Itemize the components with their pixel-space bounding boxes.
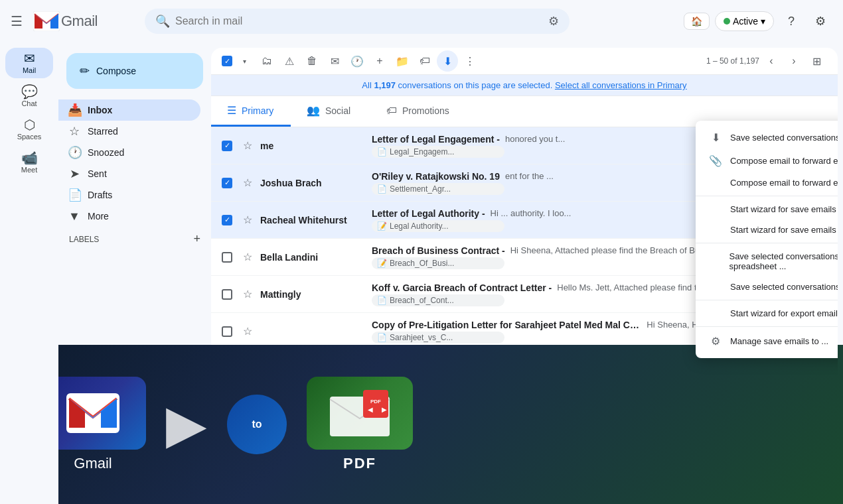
social-tab-label: Social (325, 105, 350, 116)
email-checkbox[interactable] (222, 289, 232, 300)
hq-button[interactable]: 🏠 (684, 13, 710, 30)
download-btn[interactable]: ⬇ (437, 50, 458, 72)
email-subject: Letter of Legal Engagement - (372, 134, 500, 145)
snooze-btn[interactable]: 🕐 (346, 50, 368, 72)
dropdown-item-compose-pdf[interactable]: 📎 Compose email to forward emails (attac… (696, 149, 838, 172)
select-all-checkbox[interactable] (222, 56, 232, 66)
labels-title: LABELS (69, 235, 99, 244)
sidebar-item-meet[interactable]: 📹 Meet (5, 147, 53, 178)
attachment-name: Legal Authority... (390, 221, 449, 231)
dropdown-item-save-selected[interactable]: ⬇ Save selected conversations as ... ↖ (696, 126, 838, 149)
meet-label: Meet (21, 166, 37, 174)
settings-button[interactable]: ⚙ (808, 9, 832, 33)
attachment-menu-icon: 📎 (709, 155, 722, 167)
email-subject: Copy of Pre-Litigation Letter for Sarahj… (372, 320, 641, 330)
dropdown-item-save-existing[interactable]: Save selected conversations to an existi… (696, 246, 838, 277)
dropdown-item-wizard-cloud[interactable]: Start wizard for save emails to your clo… (696, 220, 838, 240)
dropdown-item-wizard-pdf[interactable]: Start wizard for save emails to PDF ... (696, 199, 838, 220)
labels-btn[interactable]: 🏷 (414, 50, 435, 72)
star-button[interactable]: ☆ (240, 248, 255, 266)
conversation-bar[interactable]: All 1,197 conversations on this page are… (211, 75, 838, 96)
star-button[interactable]: ☆ (240, 137, 255, 155)
search-icon[interactable]: 🔍 (155, 14, 170, 29)
promo-arrow: ▶ (166, 398, 207, 451)
view-options-btn[interactable]: ⊞ (806, 50, 827, 72)
mail-icon: ✉ (24, 52, 35, 65)
dropdown-item-label: Save selected conversations as ... (730, 133, 838, 143)
email-sender: me (260, 141, 366, 151)
chat-label: Chat (21, 99, 37, 107)
doc-icon: 📝 (377, 221, 387, 231)
drafts-icon: 📄 (68, 188, 81, 202)
gmail-wordmark: Gmail (61, 13, 98, 30)
nav-item-sent[interactable]: ➤ Sent (58, 163, 200, 184)
help-button[interactable]: ? (779, 9, 803, 33)
dropdown-item-save-new[interactable]: Save selected conversations to a new spr… (696, 277, 838, 297)
select-dropdown-btn[interactable]: ▾ (234, 50, 255, 72)
email-sender: Bella Landini (260, 252, 366, 263)
active-status[interactable]: Active ▾ (715, 11, 774, 31)
prev-page-btn[interactable]: ‹ (761, 50, 782, 72)
sidebar-item-mail[interactable]: ✉ Mail (5, 48, 53, 78)
promotions-tab-icon: 🏷 (386, 105, 397, 117)
sidebar-item-spaces[interactable]: ⬡ Spaces (5, 114, 53, 145)
tab-social[interactable]: 👥 Social (291, 96, 370, 127)
dropdown-divider (696, 243, 838, 243)
add-tasks-btn[interactable]: + (369, 50, 390, 72)
dropdown-item-label: Compose email to forward emails (appende… (730, 178, 838, 188)
labels-icon: 🏷 (420, 55, 430, 67)
search-filter-icon[interactable]: ⚙ (548, 14, 559, 29)
email-checkbox[interactable] (222, 141, 232, 151)
pdf-icon: 📄 (377, 296, 387, 305)
next-page-btn[interactable]: › (783, 50, 805, 72)
tab-promotions[interactable]: 🏷 Promotions (370, 96, 465, 127)
pagination-info: 1 – 50 of 1,197 (706, 56, 759, 66)
nav-item-drafts[interactable]: 📄 Drafts (58, 184, 200, 206)
svg-text:▶: ▶ (382, 406, 387, 413)
star-button[interactable]: ☆ (240, 322, 255, 340)
tab-primary[interactable]: ☰ Primary (211, 96, 291, 127)
promo-pdf-text: PDF (343, 455, 376, 472)
hamburger-menu[interactable]: ☰ (5, 8, 28, 34)
nav-item-inbox[interactable]: 📥 Inbox (58, 99, 200, 121)
email-checkbox[interactable] (222, 326, 232, 337)
star-button[interactable]: ☆ (240, 174, 255, 192)
email-checkbox[interactable] (222, 252, 232, 263)
email-checkbox[interactable] (222, 215, 232, 225)
dropdown-item-manage[interactable]: ⚙ Manage save emails to ... (696, 330, 838, 353)
promo-to-circle: to (227, 395, 287, 454)
active-label: Active (733, 16, 758, 27)
email-sender: Mattingly (260, 289, 366, 300)
gmail-logo-large (66, 393, 119, 433)
email-sender: Racheal Whitehurst (260, 215, 366, 225)
email-checkbox[interactable] (222, 178, 232, 188)
search-input[interactable] (175, 15, 543, 27)
star-button[interactable]: ☆ (240, 211, 255, 229)
mark-unread-btn[interactable]: ✉ (324, 50, 345, 72)
download-icon: ⬇ (443, 55, 452, 68)
spam-btn[interactable]: ⚠ (279, 50, 300, 72)
move-to-btn[interactable]: 📁 (392, 50, 413, 72)
delete-btn[interactable]: 🗑 (301, 50, 323, 72)
nav-item-snoozed[interactable]: 🕐 Snoozed (58, 142, 200, 163)
attachment-name: Breach_of_Cont... (390, 296, 454, 305)
mail-label: Mail (23, 66, 36, 74)
star-button[interactable]: ☆ (240, 285, 255, 303)
meet-icon: 📹 (21, 151, 38, 164)
nav-item-more[interactable]: ▼ More (58, 206, 200, 227)
archive-btn[interactable]: 🗂 (256, 50, 277, 72)
compose-button[interactable]: ✏ Compose (66, 53, 203, 89)
dropdown-item-label: Start wizard for save emails to your clo… (730, 225, 838, 235)
compose-label: Compose (96, 66, 136, 76)
more-icon: ▼ (68, 210, 81, 223)
select-all-conversations-link[interactable]: Select all conversations in Primary (555, 80, 687, 90)
more-actions-btn[interactable]: ⋮ (459, 50, 481, 72)
icon-sidebar: ✉ Mail 💬 Chat ⬡ Spaces 📹 Meet (0, 42, 58, 504)
sidebar-item-chat[interactable]: 💬 Chat (5, 81, 53, 111)
dropdown-item-compose-appended[interactable]: Compose email to forward emails (appende… (696, 172, 838, 193)
pdf-icon: 📄 (377, 333, 387, 342)
app-container: ☰ Gmail 🔍 ⚙ 🏠 Active (0, 0, 843, 504)
dropdown-item-wizard-sheets[interactable]: Start wizard for export emails to Google… (696, 303, 838, 324)
nav-item-starred[interactable]: ☆ Starred (58, 121, 200, 142)
add-label-button[interactable]: + (193, 232, 200, 246)
